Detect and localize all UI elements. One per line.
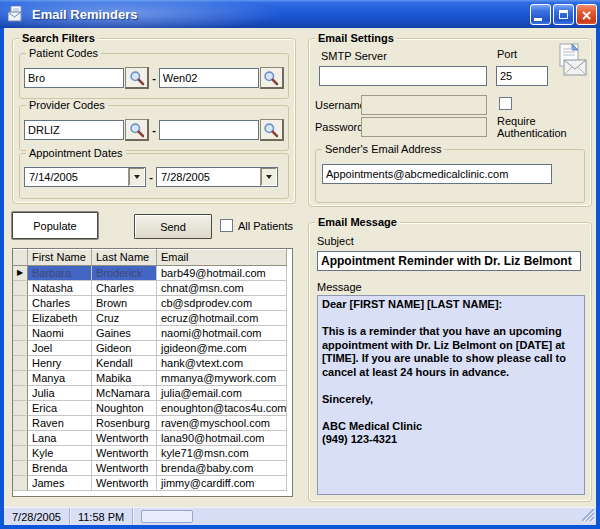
maximize-button[interactable] (553, 4, 574, 25)
appointment-date-to-dropdown[interactable]: 7/28/2005 (156, 167, 278, 187)
populate-button[interactable]: Populate (12, 212, 98, 239)
patient-code-to-input[interactable] (159, 68, 259, 88)
provider-code-from-input[interactable] (24, 120, 124, 140)
row-selector[interactable] (13, 341, 28, 356)
row-selector[interactable] (13, 311, 28, 326)
message-textarea[interactable]: Dear [FIRST NAME] [LAST NAME]: This is a… (317, 295, 585, 495)
grid-cell[interactable]: Cruz (92, 311, 157, 326)
table-row[interactable]: ElizabethCruzecruz@hotmail.com (13, 311, 292, 326)
grid-cell[interactable]: Kendall (92, 356, 157, 371)
port-input[interactable] (496, 66, 548, 86)
appointment-date-from-dropdown[interactable]: 7/14/2005 (24, 167, 146, 187)
grid-cell[interactable]: jimmy@cardiff.com (157, 476, 287, 491)
grid-cell[interactable]: chnat@msn.com (157, 281, 287, 296)
grid-cell[interactable]: Barbara (28, 266, 92, 281)
password-input[interactable] (361, 117, 487, 137)
grid-cell[interactable]: Erica (28, 401, 92, 416)
table-row[interactable]: JamesWentworthjimmy@cardiff.com (13, 476, 292, 491)
grid-cell[interactable]: Raven (28, 416, 92, 431)
grid-cell[interactable]: julia@email.com (157, 386, 287, 401)
row-selector[interactable] (13, 356, 28, 371)
grid-cell[interactable]: Natasha (28, 281, 92, 296)
grid-cell[interactable]: Brown (92, 296, 157, 311)
grid-cell[interactable]: Wentworth (92, 446, 157, 461)
grid-cell[interactable]: enoughton@tacos4u.com (157, 401, 287, 416)
row-selector[interactable] (13, 326, 28, 341)
grid-cell[interactable]: Wentworth (92, 461, 157, 476)
smtp-server-input[interactable] (319, 66, 487, 86)
column-header-first-name[interactable]: First Name (28, 249, 92, 266)
column-header-last-name[interactable]: Last Name (92, 249, 157, 266)
minimize-button[interactable] (530, 4, 551, 25)
require-authentication-checkbox[interactable] (499, 97, 512, 110)
grid-cell[interactable]: Gaines (92, 326, 157, 341)
provider-code-to-input[interactable] (159, 120, 259, 140)
grid-cell[interactable]: barb49@hotmail.com (157, 266, 287, 281)
patients-grid[interactable]: First NameLast NameEmail▶BarbaraBroderic… (12, 248, 293, 497)
row-selector[interactable] (13, 446, 28, 461)
table-row[interactable]: NatashaCharleschnat@msn.com (13, 281, 292, 296)
grid-cell[interactable]: Elizabeth (28, 311, 92, 326)
send-button[interactable]: Send (134, 214, 212, 239)
resize-grip[interactable] (582, 509, 595, 524)
grid-cell[interactable]: Wentworth (92, 431, 157, 446)
row-selector[interactable]: ▶ (13, 266, 28, 281)
patient-code-from-lookup-button[interactable] (125, 67, 149, 89)
grid-cell[interactable]: cb@sdprodev.com (157, 296, 287, 311)
table-row[interactable]: ▶BarbaraBroderickbarb49@hotmail.com (13, 266, 292, 281)
row-selector[interactable] (13, 281, 28, 296)
grid-cell[interactable]: Mabika (92, 371, 157, 386)
row-selector[interactable] (13, 476, 28, 491)
grid-cell[interactable]: Kyle (28, 446, 92, 461)
grid-cell[interactable]: Naomi (28, 326, 92, 341)
table-row[interactable]: BrendaWentworthbrenda@baby.com (13, 461, 292, 476)
grid-cell[interactable]: Henry (28, 356, 92, 371)
close-button[interactable]: × (576, 4, 597, 25)
grid-cell[interactable]: Broderick (92, 266, 157, 281)
all-patients-checkbox[interactable] (220, 219, 233, 232)
grid-cell[interactable]: Rosenburg (92, 416, 157, 431)
provider-code-from-lookup-button[interactable] (125, 119, 149, 141)
grid-cell[interactable]: Gideon (92, 341, 157, 356)
patient-code-to-lookup-button[interactable] (260, 67, 284, 89)
table-row[interactable]: ManyaMabikammanya@mywork.com (13, 371, 292, 386)
subject-input[interactable] (317, 251, 581, 271)
grid-cell[interactable]: Charles (92, 281, 157, 296)
row-selector[interactable] (13, 401, 28, 416)
grid-cell[interactable]: jgideon@me.com (157, 341, 287, 356)
row-selector[interactable] (13, 416, 28, 431)
username-input[interactable] (361, 95, 487, 115)
grid-cell[interactable]: naomi@hotmail.com (157, 326, 287, 341)
grid-cell[interactable]: James (28, 476, 92, 491)
sender-email-input[interactable] (322, 164, 552, 184)
row-selector[interactable] (13, 461, 28, 476)
grid-cell[interactable]: raven@myschool.com (157, 416, 287, 431)
titlebar[interactable]: Email Reminders × (0, 0, 600, 28)
table-row[interactable]: CharlesBrowncb@sdprodev.com (13, 296, 292, 311)
grid-cell[interactable]: lana90@hotmail.com (157, 431, 287, 446)
provider-code-to-lookup-button[interactable] (260, 119, 284, 141)
table-row[interactable]: NaomiGainesnaomi@hotmail.com (13, 326, 292, 341)
table-row[interactable]: EricaNoughtonenoughton@tacos4u.com (13, 401, 292, 416)
grid-cell[interactable]: ecruz@hotmail.com (157, 311, 287, 326)
grid-cell[interactable]: Joel (28, 341, 92, 356)
grid-cell[interactable]: kyle71@msn.com (157, 446, 287, 461)
grid-cell[interactable]: Lana (28, 431, 92, 446)
row-selector[interactable] (13, 371, 28, 386)
grid-cell[interactable]: Julia (28, 386, 92, 401)
grid-cell[interactable]: Noughton (92, 401, 157, 416)
row-selector[interactable] (13, 431, 28, 446)
grid-cell[interactable]: Manya (28, 371, 92, 386)
grid-cell[interactable]: hank@vtext.com (157, 356, 287, 371)
grid-cell[interactable]: Charles (28, 296, 92, 311)
row-selector[interactable] (13, 296, 28, 311)
patient-code-from-input[interactable] (24, 68, 124, 88)
dropdown-arrow-button[interactable] (260, 168, 277, 186)
table-row[interactable]: LanaWentworthlana90@hotmail.com (13, 431, 292, 446)
grid-cell[interactable]: McNamara (92, 386, 157, 401)
grid-cell[interactable]: brenda@baby.com (157, 461, 287, 476)
dropdown-arrow-button[interactable] (128, 168, 145, 186)
grid-cell[interactable]: mmanya@mywork.com (157, 371, 287, 386)
table-row[interactable]: RavenRosenburgraven@myschool.com (13, 416, 292, 431)
table-row[interactable]: JoelGideonjgideon@me.com (13, 341, 292, 356)
